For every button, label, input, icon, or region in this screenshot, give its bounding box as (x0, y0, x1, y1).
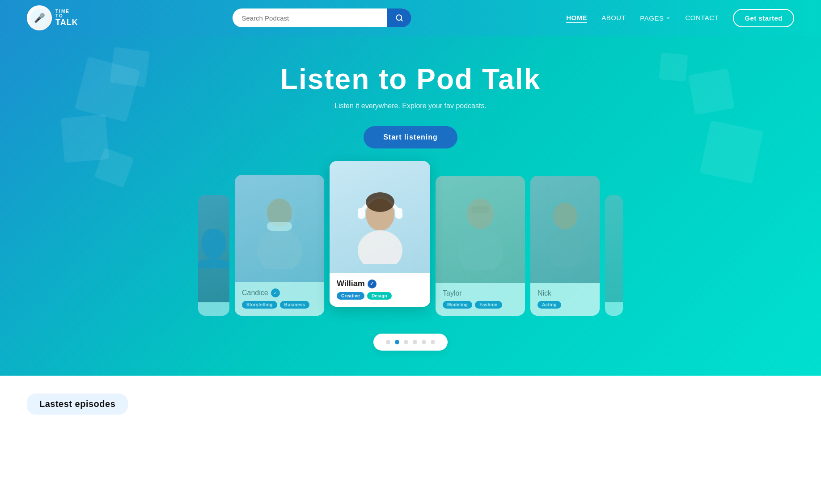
nav-item-contact[interactable]: CONTACT (685, 14, 719, 22)
bottom-section: Lastest episodes (0, 376, 821, 415)
dot-3[interactable] (404, 340, 408, 344)
podcast-card-right-edge (605, 195, 623, 316)
dot-2[interactable] (395, 340, 399, 344)
person-svg-taylor (453, 189, 507, 270)
nav-link-contact[interactable]: CONTACT (685, 14, 719, 21)
card-info-left (198, 302, 229, 316)
deco-rect-6 (700, 120, 763, 184)
svg-point-17 (546, 229, 584, 267)
card-name-william: William ✓ (337, 279, 423, 288)
svg-point-5 (257, 229, 302, 269)
card-info-candice: Candice ✓ Storytelling Business (235, 282, 324, 316)
deco-rect-2 (110, 47, 150, 87)
card-info-taylor: Taylor Modeling Fashion (436, 283, 525, 316)
hero-subtitle: Listen it everywhere. Explore your fav p… (334, 102, 487, 110)
nav-link-home[interactable]: HOME (566, 14, 587, 23)
card-info-nick: Nick Acting (530, 283, 600, 316)
candice-verified-badge: ✓ (271, 288, 280, 297)
card-photo-left: 👤 (198, 195, 229, 302)
logo-talk: TALK (55, 18, 78, 26)
card-photo-william (330, 161, 430, 273)
nav-item-home[interactable]: HOME (566, 14, 587, 22)
taylor-tags: Modeling Fashion (443, 301, 518, 309)
nav-links: HOME ABOUT PAGES CONTACT Get started (566, 9, 794, 27)
nick-tags: Acting (537, 301, 592, 309)
dot-6[interactable] (431, 340, 435, 344)
person-svg-candice (253, 188, 306, 269)
chevron-down-icon (665, 15, 671, 21)
card-name-taylor: Taylor (443, 289, 518, 297)
search-bar (233, 8, 411, 27)
card-info-right-edge (605, 302, 623, 316)
nav-link-pages[interactable]: PAGES (640, 14, 671, 22)
podcast-card-nick[interactable]: Nick Acting (530, 176, 600, 316)
deco-rect-5 (688, 68, 735, 115)
dot-5[interactable] (422, 340, 426, 344)
card-info-william: William ✓ Creative Design (330, 273, 430, 307)
hero-section: Listen to Pod Talk Listen it everywhere.… (0, 36, 821, 376)
start-listening-button[interactable]: Start listening (364, 126, 457, 148)
podcast-card-taylor[interactable]: Taylor Modeling Fashion (436, 176, 525, 316)
card-name-candice: Candice ✓ (242, 288, 317, 297)
candice-tags: Storytelling Business (242, 301, 317, 309)
svg-rect-14 (471, 206, 489, 213)
tag-business: Business (280, 301, 310, 309)
dot-4[interactable] (413, 340, 417, 344)
candice-name-label: Candice (242, 289, 268, 297)
card-name-nick: Nick (537, 289, 592, 297)
podcast-cards-row: 👤 Candice ✓ Storytelling (165, 170, 656, 316)
svg-point-11 (366, 192, 394, 212)
person-svg-william (349, 170, 411, 264)
search-input[interactable] (233, 9, 387, 27)
nav-item-about[interactable]: ABOUT (601, 14, 626, 22)
svg-rect-9 (395, 208, 402, 219)
william-verified-badge: ✓ (368, 280, 377, 288)
card-photo-right-edge (605, 195, 623, 302)
william-tags: Creative Design (337, 292, 423, 300)
tag-fashion: Fashion (475, 301, 502, 309)
card-photo-taylor (436, 176, 525, 283)
logo-icon: 🎤 (27, 5, 52, 30)
svg-point-15 (458, 229, 503, 270)
tag-creative: Creative (337, 292, 364, 300)
william-name-label: William (337, 279, 365, 288)
tag-design: Design (367, 292, 392, 300)
logo[interactable]: 🎤 TIME TO TALK (27, 5, 78, 30)
person-svg-nick (543, 191, 588, 267)
hero-title: Listen to Pod Talk (280, 63, 541, 96)
podcast-card-william[interactable]: William ✓ Creative Design (330, 161, 430, 307)
person-icon-left: 👤 (198, 228, 229, 270)
tag-modeling: Modeling (443, 301, 472, 309)
podcast-card-left-edge[interactable]: 👤 (198, 195, 229, 316)
nav-link-about[interactable]: ABOUT (601, 14, 626, 21)
podcast-card-candice[interactable]: Candice ✓ Storytelling Business (235, 175, 324, 316)
carousel-dots (373, 334, 448, 351)
navbar: 🎤 TIME TO TALK HOME ABOUT PAGES CONTACT … (0, 0, 821, 36)
nav-cta[interactable]: Get started (733, 9, 794, 27)
latest-episodes-badge: Lastest episodes (27, 394, 128, 415)
tag-acting: Acting (537, 301, 561, 309)
dot-1[interactable] (386, 340, 390, 344)
taylor-name-label: Taylor (443, 289, 462, 297)
nav-item-pages[interactable]: PAGES (640, 14, 671, 22)
nick-name-label: Nick (537, 289, 551, 297)
svg-point-12 (358, 230, 402, 264)
get-started-button[interactable]: Get started (733, 9, 794, 27)
logo-text: TIME TO TALK (55, 9, 78, 26)
svg-rect-7 (267, 222, 292, 231)
deco-rect-7 (659, 52, 688, 81)
card-photo-nick (530, 176, 600, 283)
svg-point-13 (467, 199, 494, 229)
svg-line-3 (401, 19, 402, 21)
svg-point-16 (553, 203, 577, 229)
tag-storytelling: Storytelling (242, 301, 277, 309)
card-photo-candice (235, 175, 324, 282)
search-button[interactable] (387, 8, 411, 27)
svg-text:🎤: 🎤 (34, 13, 45, 23)
svg-rect-8 (358, 208, 365, 219)
